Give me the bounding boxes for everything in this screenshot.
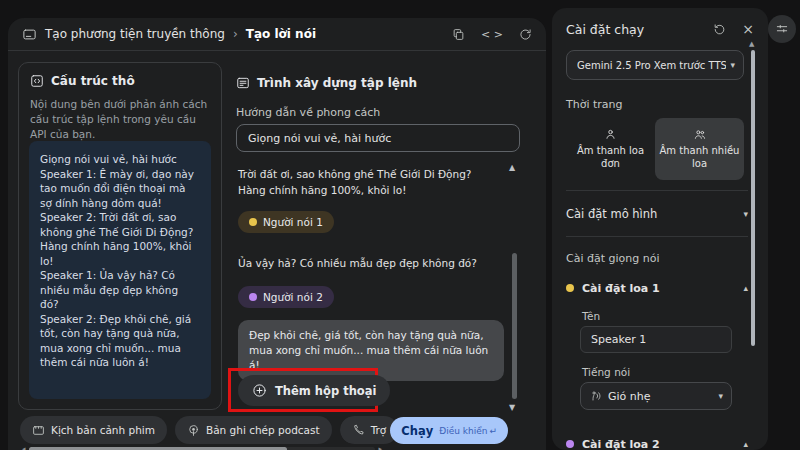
topbar: Tạo phương tiện truyền thông › Tạo lời n…	[8, 18, 546, 51]
preset-clip: Trợ	[340, 416, 398, 444]
breadcrumb: Tạo phương tiện truyền thông › Tạo lời n…	[22, 27, 452, 42]
chevron-down-icon: ▾	[743, 209, 748, 219]
run-shortcut-label: Điều khiển	[439, 426, 487, 436]
raw-structure-title: Cấu trúc thô	[51, 74, 135, 88]
phone-icon	[352, 424, 365, 437]
scroll-right-icon[interactable]: ▸	[378, 445, 382, 450]
podcast-icon	[187, 424, 200, 437]
storyboard-icon	[32, 424, 45, 437]
chevron-down-icon: ▾	[718, 391, 723, 401]
speaker-2-dot-icon	[566, 440, 574, 448]
model-select-value: Gemini 2.5 Pro Xem trước TTS	[577, 60, 726, 71]
horizontal-scrollbar: ◂ ▸	[22, 445, 382, 450]
raw-structure-panel: Cấu trúc thô Nội dung bên dưới phản ánh …	[18, 62, 222, 410]
run-settings-title: Cài đặt chạy	[566, 22, 713, 37]
speaker-1-dot-icon	[566, 284, 574, 292]
speaker-2-settings-row[interactable]: Cài đặt loa 2 ▴	[566, 432, 748, 450]
breadcrumb-parent[interactable]: Tạo phương tiện truyền thông	[45, 27, 225, 41]
person-icon	[604, 128, 617, 141]
podcast-preset-label: Bản ghi chép podcast	[206, 424, 320, 436]
dialog-message[interactable]: Ủa vậy hả? Có nhiều mẫu đẹp đẹp không đó…	[238, 255, 500, 271]
add-dialog-label: Thêm hộp thoại	[275, 384, 376, 398]
assistant-preset-button[interactable]: Trợ	[340, 416, 398, 444]
script-builder-header: Trình xây dựng tập lệnh	[236, 76, 417, 90]
raw-script-text: Giọng nói vui vẻ, hài hước Speaker 1: Ê …	[29, 141, 211, 399]
voice-label: Tiếng nói	[582, 366, 630, 378]
speaker-1-dot-icon	[249, 218, 257, 226]
voice-select-value: Gió nhẹ	[608, 390, 708, 403]
chevron-up-icon: ▴	[743, 283, 748, 293]
chevron-up-icon: ▴	[743, 439, 748, 449]
breadcrumb-current: Tạo lời nói	[246, 27, 316, 41]
people-icon	[693, 128, 707, 141]
speaker-name-label: Tên	[582, 310, 600, 322]
script-builder-icon	[236, 76, 250, 90]
speaker-2-chip[interactable]: Người nói 2	[238, 286, 334, 308]
horizontal-scrollbar-thumb[interactable]	[29, 447, 287, 450]
speaker-1-settings-row[interactable]: Cài đặt loa 1 ▴	[566, 276, 748, 300]
scroll-left-icon[interactable]: ◂	[22, 445, 26, 450]
preset-buttons-row: Kịch bản cảnh phim Bản ghi chép podcast …	[20, 416, 398, 444]
divider	[566, 236, 748, 237]
raw-structure-icon	[30, 74, 44, 88]
scroll-up-icon[interactable]: ▲	[509, 163, 515, 172]
copy-icon[interactable]	[452, 28, 465, 41]
voice-icon	[590, 390, 602, 402]
model-settings-label: Cài đặt mô hình	[566, 207, 739, 221]
speaker-name-input[interactable]	[580, 326, 732, 353]
multi-speaker-mode-button[interactable]: Âm thanh nhiều loa	[655, 118, 744, 180]
vertical-scrollbar[interactable]	[751, 50, 755, 346]
style-instructions-input[interactable]	[236, 124, 520, 152]
voice-settings-label: Cài đặt giọng nói	[566, 252, 659, 265]
add-dialog-button[interactable]: Thêm hộp thoại	[238, 375, 390, 406]
run-button[interactable]: Chạy Điều khiển ↵	[390, 417, 508, 444]
raw-structure-description: Nội dung bên dưới phản ánh cách cấu trúc…	[30, 97, 210, 142]
podcast-preset-button[interactable]: Bản ghi chép podcast	[175, 416, 332, 444]
run-settings-header: Cài đặt chạy ×	[552, 8, 768, 37]
run-shortcut: Điều khiển ↵	[439, 426, 497, 436]
single-speaker-mode-button[interactable]: Âm thanh loa đơn	[566, 118, 655, 180]
assistant-preset-label: Trợ	[371, 424, 387, 436]
storyboard-preset-button[interactable]: Kịch bản cảnh phim	[20, 416, 167, 444]
scroll-down-icon[interactable]: ▼	[509, 403, 515, 412]
app-root: Tạo phương tiện truyền thông › Tạo lời n…	[0, 0, 800, 450]
speaker-2-chip-label: Người nói 2	[263, 291, 323, 303]
model-select[interactable]: Gemini 2.5 Pro Xem trước TTS ▾	[566, 50, 744, 80]
storyboard-preset-label: Kịch bản cảnh phim	[51, 424, 155, 436]
horizontal-scrollbar-track[interactable]	[29, 447, 376, 450]
mode-label: Thời trang	[566, 98, 623, 111]
divider	[566, 190, 748, 191]
tune-settings-button[interactable]	[768, 15, 796, 43]
speaker-1-settings-label: Cài đặt loa 1	[582, 282, 731, 295]
speaker-1-chip-label: Người nói 1	[263, 216, 323, 228]
speaker-2-settings-label: Cài đặt loa 2	[582, 438, 731, 450]
speaker-1-chip[interactable]: Người nói 1	[238, 211, 334, 233]
multi-speaker-mode-label: Âm thanh nhiều loa	[657, 145, 742, 170]
script-builder-title: Trình xây dựng tập lệnh	[257, 76, 417, 90]
topbar-actions: < >	[452, 28, 532, 41]
plus-circle-icon	[252, 383, 267, 398]
scroll-up-icon[interactable]: ▲	[749, 40, 754, 48]
breadcrumb-separator: ›	[233, 27, 238, 41]
return-arrow-icon: ↵	[489, 426, 497, 436]
raw-structure-header: Cấu trúc thô	[30, 74, 210, 88]
vertical-scrollbar[interactable]	[512, 253, 517, 399]
media-icon	[22, 27, 37, 42]
chevron-down-icon: ▾	[730, 60, 735, 70]
refresh-icon[interactable]	[519, 28, 532, 41]
dialog-message[interactable]: Trời đất ơi, sao không ghé Thế Giới Di Đ…	[238, 166, 500, 198]
model-settings-row[interactable]: Cài đặt mô hình ▾	[566, 202, 748, 226]
speaker-2-dot-icon	[249, 293, 257, 301]
run-settings-panel: Cài đặt chạy × Gemini 2.5 Pro Xem trước …	[552, 8, 768, 450]
voice-select[interactable]: Gió nhẹ ▾	[580, 382, 732, 410]
audio-mode-toggle: Âm thanh loa đơn Âm thanh nhiều loa	[566, 118, 744, 180]
code-icon[interactable]: < >	[481, 28, 503, 41]
run-button-label: Chạy	[401, 424, 433, 438]
style-instructions-label: Hướng dẫn về phong cách	[236, 106, 380, 119]
single-speaker-mode-label: Âm thanh loa đơn	[568, 145, 653, 170]
reset-settings-icon[interactable]	[713, 23, 726, 36]
tune-icon	[775, 22, 789, 36]
close-icon[interactable]: ×	[742, 21, 754, 37]
main-card: Tạo phương tiện truyền thông › Tạo lời n…	[8, 18, 546, 450]
